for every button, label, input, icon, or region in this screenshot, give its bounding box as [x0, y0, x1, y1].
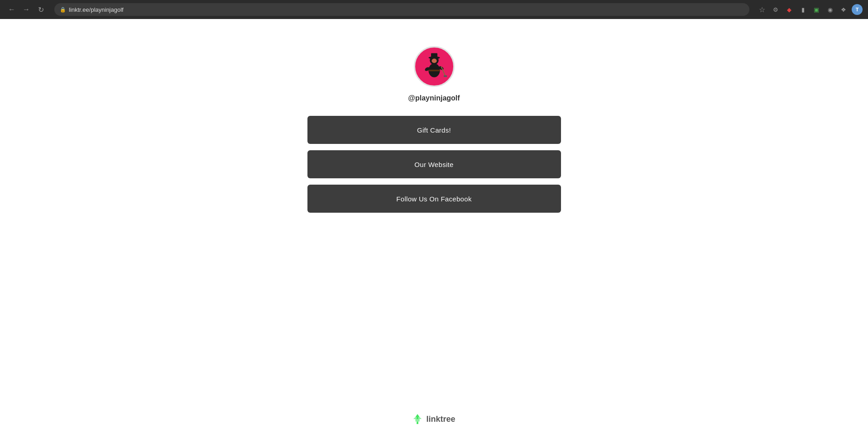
bookmark-icon[interactable]: ☆: [757, 4, 767, 15]
lock-icon: 🔒: [60, 7, 66, 13]
profile-section: @playninjagolf: [408, 46, 460, 102]
browser-nav-buttons: ← → ↻: [5, 3, 47, 16]
profile-avatar-image: [418, 51, 450, 82]
footer: linktree: [412, 413, 455, 425]
svg-rect-10: [444, 76, 447, 77]
back-button[interactable]: ←: [5, 3, 18, 16]
forward-button[interactable]: →: [20, 3, 33, 16]
gift-cards-button[interactable]: Gift Cards!: [307, 116, 561, 144]
linktree-logo-link[interactable]: linktree: [412, 413, 455, 425]
extension-icon-2[interactable]: ◆: [784, 4, 795, 15]
profile-username: @playninjagolf: [408, 94, 460, 102]
svg-point-4: [432, 59, 436, 63]
our-website-label: Our Website: [414, 161, 453, 168]
profile-avatar: [414, 46, 455, 87]
links-container: Gift Cards! Our Website Follow Us On Fac…: [307, 116, 561, 213]
svg-rect-6: [428, 70, 440, 72]
reload-button[interactable]: ↻: [34, 3, 47, 16]
extension-icon-1[interactable]: ⚙: [770, 4, 781, 15]
url-text: linktr.ee/playninjagolf: [69, 6, 124, 13]
follow-facebook-label: Follow Us On Facebook: [396, 195, 471, 203]
svg-rect-11: [417, 422, 419, 424]
extension-icon-3[interactable]: ▮: [797, 4, 808, 15]
follow-facebook-button[interactable]: Follow Us On Facebook: [307, 185, 561, 213]
extension-icon-4[interactable]: ▣: [811, 4, 822, 15]
linktree-icon: [412, 413, 422, 425]
page-content: @playninjagolf Gift Cards! Our Website F…: [0, 19, 868, 434]
user-avatar[interactable]: T: [852, 4, 863, 15]
our-website-button[interactable]: Our Website: [307, 150, 561, 178]
svg-rect-3: [431, 53, 437, 58]
browser-actions: ☆ ⚙ ◆ ▮ ▣ ◉ ❖ T: [757, 4, 863, 15]
browser-chrome: ← → ↻ 🔒 linktr.ee/playninjagolf ☆ ⚙ ◆ ▮ …: [0, 0, 868, 19]
linktree-wordmark: linktree: [426, 415, 455, 424]
extension-icon-5[interactable]: ◉: [825, 4, 835, 15]
extension-icon-6[interactable]: ❖: [838, 4, 849, 15]
address-bar[interactable]: 🔒 linktr.ee/playninjagolf: [54, 3, 749, 16]
gift-cards-label: Gift Cards!: [417, 126, 451, 134]
